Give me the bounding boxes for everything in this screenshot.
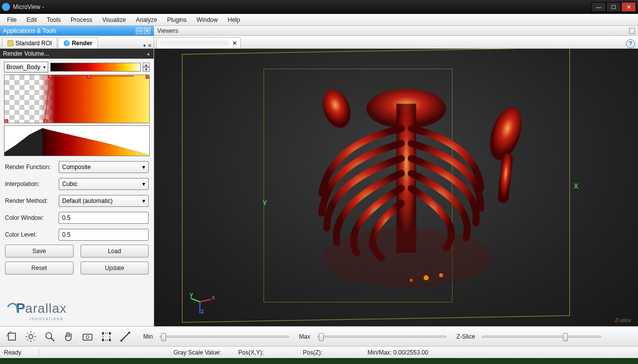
render-function-select[interactable]: Composite▾ (59, 161, 149, 173)
viewers-header: Viewers (154, 26, 638, 36)
chevron-down-icon: ▾ (142, 197, 145, 204)
render-volume-header[interactable]: Render Volume... ▲ (0, 49, 154, 59)
titlebar: MicroView - — ☐ ✕ (0, 0, 638, 14)
left-tabs: Standard ROI ? Render ▾ ✕ (0, 36, 154, 49)
viewers-maximize-icon[interactable] (629, 28, 635, 34)
status-posz: Pos(Z): (303, 349, 363, 356)
svg-point-28 (86, 336, 89, 339)
update-button[interactable]: Update (81, 262, 149, 274)
zslice-label: Z-Slice (456, 333, 475, 340)
maximize-button[interactable]: ☐ (606, 2, 621, 12)
window-title: MicroView - (13, 3, 591, 10)
tool-rotate-icon[interactable] (4, 329, 20, 344)
help-icon[interactable]: ? (626, 39, 635, 48)
menu-help[interactable]: Help (223, 15, 245, 25)
left-pane: Applications & Tools — ✕ Standard ROI ? … (0, 26, 154, 326)
menu-edit[interactable]: Edit (21, 15, 42, 25)
app-icon (2, 3, 10, 11)
svg-rect-30 (102, 332, 104, 334)
zslice-slider[interactable] (482, 336, 601, 338)
3d-viewport[interactable]: X Y x y z Z-slice (154, 49, 638, 326)
status-gray: Gray Scale Value: (174, 349, 233, 356)
color-level-input[interactable]: 0.5 (59, 229, 149, 241)
axis-x-label: X (574, 182, 578, 190)
tab-render[interactable]: ? Render (58, 37, 97, 48)
spinner-up-icon[interactable]: ▲ (143, 63, 150, 67)
orientation-gizmo: x y z (190, 289, 215, 314)
colormap-spinners[interactable]: ▲ ▼ (143, 63, 150, 72)
interpolation-label: Interpolation: (5, 181, 55, 187)
color-window-label: Color Window: (5, 214, 55, 221)
transfer-function-editor[interactable] (4, 75, 150, 123)
color-level-label: Color Level: (5, 231, 55, 238)
svg-point-7 (439, 273, 443, 277)
reset-button[interactable]: Reset (5, 262, 74, 274)
zslice-overlay: Z-slice (615, 317, 631, 323)
color-window-input[interactable]: 0.5 (59, 212, 149, 224)
chevron-down-icon: ▾ (43, 65, 46, 70)
axis-y-label: Y (263, 199, 267, 207)
svg-rect-15 (8, 333, 15, 340)
panel-close-icon[interactable]: ✕ (144, 27, 151, 34)
svg-rect-27 (83, 334, 92, 340)
menu-visualize[interactable]: Visualize (97, 15, 131, 25)
minimize-button[interactable]: — (591, 2, 606, 12)
max-slider[interactable] (317, 336, 447, 338)
colormap-select[interactable]: Brown_Body ▾ (4, 62, 48, 73)
right-pane: Viewers ✕ ? (154, 26, 638, 326)
menu-window[interactable]: Window (191, 15, 223, 25)
spinner-down-icon[interactable]: ▼ (143, 67, 150, 72)
colormap-preview (50, 63, 141, 72)
panel-minimize-icon[interactable]: — (136, 27, 143, 34)
menu-tools[interactable]: Tools (42, 15, 66, 25)
bottom-toolbar: Min Max Z-Slice (0, 326, 638, 346)
interpolation-select[interactable]: Cubic▾ (59, 178, 149, 190)
svg-text:y: y (190, 291, 193, 298)
tool-measure-icon[interactable] (117, 329, 133, 344)
tool-zoom-icon[interactable] (42, 329, 58, 344)
menu-process[interactable]: Process (66, 15, 97, 25)
save-button[interactable]: Save (5, 245, 74, 258)
tool-pan-icon[interactable] (61, 329, 77, 344)
tool-bounds-icon[interactable] (98, 329, 114, 344)
max-label: Max (299, 333, 310, 340)
menu-file[interactable]: File (2, 15, 21, 25)
svg-point-6 (424, 275, 429, 280)
render-method-select[interactable]: Default (automatic)▾ (59, 195, 149, 207)
tab-close-icon[interactable]: ✕ (148, 43, 152, 48)
tool-screenshot-icon[interactable] (80, 329, 95, 344)
svg-point-25 (46, 333, 52, 339)
colormap-value: Brown_Body (6, 64, 40, 71)
svg-line-21 (27, 333, 28, 334)
status-posxy: Pos(X,Y): (238, 349, 298, 356)
status-minmax: Min/Max: 0.00/2553.00 (367, 349, 457, 356)
menu-analyze[interactable]: Analyze (131, 15, 162, 25)
menu-plugins[interactable]: Plugins (162, 15, 191, 25)
svg-point-36 (128, 332, 130, 334)
tool-light-icon[interactable] (23, 329, 39, 344)
svg-line-34 (121, 333, 129, 341)
tab-standard-roi-label: Standard ROI (15, 40, 52, 47)
roi-icon (7, 40, 13, 46)
status-ready: Ready (4, 349, 34, 356)
applications-tools-title: Applications & Tools (3, 27, 56, 34)
svg-line-26 (51, 338, 54, 341)
viewer-tab[interactable]: ✕ (156, 37, 241, 48)
close-button[interactable]: ✕ (621, 2, 636, 12)
render-icon: ? (64, 40, 70, 46)
min-slider[interactable] (160, 336, 289, 338)
render-method-label: Render Method: (5, 197, 55, 204)
viewer-tab-label (160, 40, 229, 46)
tab-standard-roi[interactable]: Standard ROI (2, 37, 57, 48)
svg-line-24 (33, 333, 35, 334)
svg-line-22 (33, 339, 35, 341)
applications-tools-header: Applications & Tools — ✕ (0, 26, 154, 36)
tab-close-icon[interactable]: ✕ (232, 40, 237, 47)
svg-rect-4 (497, 153, 513, 204)
tab-render-label: Render (72, 40, 92, 47)
histogram-view[interactable] (4, 125, 150, 156)
svg-point-2 (317, 86, 355, 132)
load-button[interactable]: Load (81, 245, 149, 258)
tab-dropdown-icon[interactable]: ▾ (143, 43, 146, 48)
svg-line-10 (191, 298, 200, 302)
